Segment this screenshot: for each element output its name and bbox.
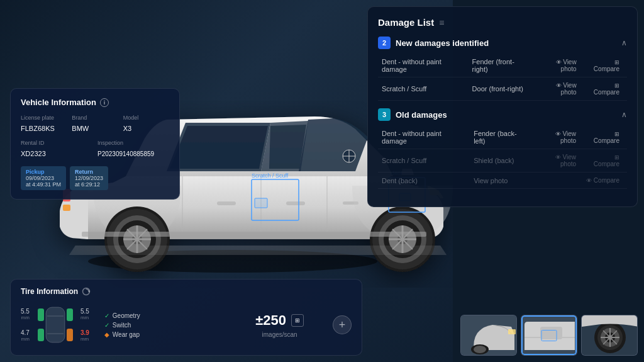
refresh-icon[interactable] bbox=[82, 287, 91, 296]
tire-checklist: ✓ Geometry ✓ Switch ◆ Wear gap bbox=[104, 312, 161, 338]
inspection-label: Inspection bbox=[97, 140, 169, 146]
return-badge: Return 12/09/2023 at 6:29:12 bbox=[70, 166, 108, 190]
vehicle-ids-grid: Rental ID XD2323 Inspection P20230914088… bbox=[21, 140, 169, 159]
thumb-3-image bbox=[582, 315, 638, 356]
rental-id-field: Rental ID XD2323 bbox=[21, 140, 92, 159]
pickup-date: 09/09/2023 bbox=[26, 175, 54, 181]
svg-rect-51 bbox=[508, 329, 516, 334]
damage-type: Dent - without paint damage bbox=[378, 126, 470, 149]
thumbnail-2[interactable] bbox=[521, 315, 577, 356]
inspection-field: Inspection P202309140885859 bbox=[97, 140, 169, 159]
compare-btn[interactable]: Compare bbox=[584, 81, 623, 97]
vehicle-info-label: Vehicle Information bbox=[21, 98, 96, 107]
switch-label: Switch bbox=[113, 322, 131, 329]
model-value: X3 bbox=[123, 125, 131, 132]
action-cell: View photo Compare bbox=[535, 81, 623, 97]
damage-panel: Damage List ≡ 2 New damages identified ∧… bbox=[367, 6, 638, 207]
thumbnails-strip bbox=[460, 315, 638, 356]
scan-info: ±250 ⊞ images/scan bbox=[243, 312, 316, 338]
svg-rect-30 bbox=[63, 205, 70, 211]
thumbnail-3[interactable] bbox=[581, 315, 638, 356]
damage-type: Scratch / Scuff bbox=[378, 77, 469, 101]
vehicle-info-card: Vehicle Information i License plate FLBZ… bbox=[10, 88, 180, 200]
tire-content: 5.5 mm 4.7 mm bbox=[21, 302, 352, 348]
dates-row: Pickup 09/09/2023 at 4:49:31 PM Return 1… bbox=[21, 166, 169, 190]
action-cell: View photo Compare bbox=[535, 129, 623, 145]
weargap-check: ◆ Wear gap bbox=[104, 331, 161, 338]
license-plate-value: FLBZ68KS bbox=[21, 125, 55, 132]
thumb-1-image bbox=[461, 315, 517, 356]
view-photo-btn[interactable]: View photo bbox=[535, 152, 580, 169]
rental-id-value: XD2323 bbox=[21, 150, 46, 157]
switch-check-icon: ✓ bbox=[104, 322, 109, 329]
new-damages-label: New damages identified bbox=[396, 38, 489, 48]
panel-menu-icon[interactable]: ≡ bbox=[439, 18, 444, 28]
action-cell: Compare bbox=[535, 176, 623, 185]
vehicle-info-title: Vehicle Information i bbox=[21, 98, 169, 107]
right-tire-values: 5.5 mm 3.9 mm bbox=[80, 308, 89, 342]
tire-diagram-section: 5.5 mm 4.7 mm bbox=[21, 302, 89, 348]
front-right-val: 5.5 mm bbox=[80, 308, 89, 320]
scan-icon: ⊞ bbox=[291, 314, 304, 327]
old-damages-chevron: ∧ bbox=[621, 110, 627, 119]
damage-type: Dent - without paint damage bbox=[378, 54, 469, 77]
svg-text:Scratch / Scuff: Scratch / Scuff bbox=[252, 173, 289, 179]
compare-btn[interactable]: Compare bbox=[584, 129, 623, 145]
return-time: at 6:29:12 bbox=[75, 181, 100, 188]
old-damages-count: 3 bbox=[382, 111, 386, 118]
tire-car-svg bbox=[35, 302, 75, 348]
old-damages-header[interactable]: 3 Old damages ∧ bbox=[378, 108, 627, 121]
return-label: Return bbox=[75, 169, 103, 175]
info-icon[interactable]: i bbox=[100, 98, 109, 107]
table-row: Scratch / Scuff Door (front-right) View … bbox=[378, 77, 627, 101]
model-label: Model bbox=[123, 115, 169, 121]
license-plate-field: License plate FLBZ68KS bbox=[21, 115, 67, 133]
front-left-val: 5.5 mm bbox=[21, 308, 30, 320]
view-photo-btn[interactable]: Compare bbox=[582, 176, 623, 185]
pickup-badge: Pickup 09/09/2023 at 4:49:31 PM bbox=[21, 166, 66, 190]
thumb-2-image bbox=[521, 315, 577, 356]
svg-rect-43 bbox=[46, 307, 65, 342]
compare-btn[interactable]: Compare bbox=[584, 57, 623, 74]
geometry-check-icon: ✓ bbox=[104, 312, 109, 319]
view-photo-btn[interactable]: View photo bbox=[535, 57, 580, 74]
rear-right-val: 3.9 mm bbox=[80, 329, 89, 342]
action-cell: View photo Compare bbox=[535, 152, 623, 169]
tire-info-card: Tire Information 5.5 mm 4.7 mm bbox=[10, 279, 362, 356]
scan-label: images/scan bbox=[255, 331, 304, 338]
damage-location: Fender (front-right) bbox=[469, 54, 532, 77]
svg-rect-5 bbox=[217, 201, 236, 205]
svg-rect-47 bbox=[67, 329, 73, 341]
new-damages-chevron: ∧ bbox=[621, 38, 627, 47]
add-scan-button[interactable]: + bbox=[333, 315, 352, 334]
view-photo-btn[interactable]: View photo bbox=[535, 81, 580, 97]
table-row: Dent - without paint damage Fender (fron… bbox=[378, 54, 627, 77]
tire-info-title: Tire Information bbox=[21, 287, 352, 296]
action-cell: View photo Compare bbox=[535, 57, 623, 74]
svg-rect-34 bbox=[82, 232, 426, 237]
new-damages-header[interactable]: 2 New damages identified ∧ bbox=[378, 37, 627, 49]
table-row: Dent (back) View photo Compare bbox=[378, 173, 627, 189]
svg-rect-45 bbox=[67, 308, 73, 321]
pickup-label: Pickup bbox=[26, 169, 61, 175]
geometry-check: ✓ Geometry bbox=[104, 312, 161, 319]
damage-panel-title-text: Damage List bbox=[378, 17, 434, 28]
new-damages-table: Dent - without paint damage Fender (fron… bbox=[378, 54, 627, 101]
brand-value: BMW bbox=[72, 125, 89, 132]
brand-field: Brand BMW bbox=[72, 115, 118, 133]
compare-btn[interactable]: Compare bbox=[584, 152, 623, 169]
damage-type: Scratch / Scuff bbox=[378, 149, 470, 173]
old-damages-badge: 3 bbox=[378, 108, 391, 121]
weargap-label: Wear gap bbox=[113, 331, 140, 338]
thumbnail-1[interactable] bbox=[460, 315, 517, 356]
table-row: Scratch / Scuff Shield (back) View photo… bbox=[378, 149, 627, 173]
view-photo-btn[interactable]: View photo bbox=[535, 129, 580, 145]
damage-panel-title: Damage List ≡ bbox=[378, 17, 627, 28]
tire-info-label: Tire Information bbox=[21, 287, 78, 296]
new-damages-badge: 2 bbox=[378, 37, 391, 49]
svg-point-53 bbox=[474, 346, 486, 353]
brand-label: Brand bbox=[72, 115, 118, 121]
svg-rect-44 bbox=[38, 308, 44, 321]
damage-location: View photo bbox=[470, 173, 531, 189]
vehicle-fields-grid: License plate FLBZ68KS Brand BMW Model X… bbox=[21, 115, 169, 133]
